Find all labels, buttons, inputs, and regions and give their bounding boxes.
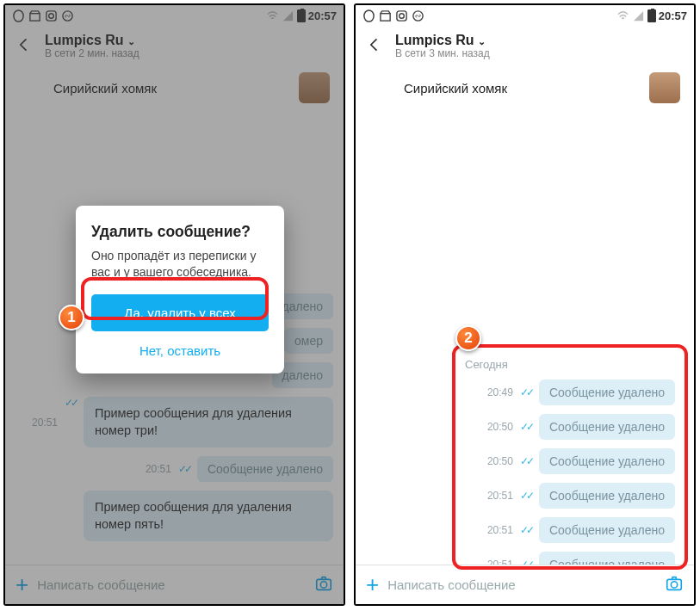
signal-icon (632, 9, 645, 22)
msg-time: 20:50 (487, 421, 513, 433)
read-icon: ✓✓ (520, 421, 532, 433)
deleted-row: 20:51✓✓Сообщение удалено (460, 483, 675, 509)
msg-time: 20:49 (487, 386, 513, 398)
svg-point-7 (364, 9, 374, 21)
instagram-icon (395, 9, 408, 22)
msg-time: 20:50 (487, 455, 513, 467)
wifi-icon (616, 9, 629, 22)
confirm-button[interactable]: Да, удалить у всех (91, 294, 269, 331)
add-icon[interactable]: + (366, 571, 379, 598)
status-bar: 20:57 (356, 5, 694, 26)
deleted-msg: Сообщение удалено (539, 380, 675, 405)
deleted-msg: Сообщение удалено (539, 483, 675, 509)
read-icon: ✓✓ (520, 524, 532, 536)
callout-badge: 2 (455, 325, 481, 351)
deleted-row: 20:51✓✓Сообщение удалено (460, 517, 675, 543)
deleted-row: 20:49✓✓Сообщение удалено (460, 380, 675, 405)
compose-input[interactable]: Написать сообщение (387, 577, 656, 592)
shazam-icon (412, 9, 424, 22)
opera-icon (362, 9, 375, 22)
read-icon: ✓✓ (520, 490, 532, 502)
chat-header: Lumpics Ru ⌄ В сети 3 мин. назад (356, 26, 694, 67)
avatar[interactable] (649, 72, 680, 103)
battery-icon (647, 9, 656, 22)
deleted-msg: Сообщение удалено (539, 517, 675, 543)
deleted-msg: Сообщение удалено (539, 414, 675, 440)
chat-subtitle: В сети 3 мин. назад (395, 48, 490, 60)
store-icon (379, 9, 392, 22)
delete-modal: Удалить сообщение? Оно пропадёт из переп… (76, 206, 284, 373)
camera-icon[interactable] (665, 574, 684, 596)
cancel-button[interactable]: Нет, оставить (91, 331, 269, 361)
msg-time: 20:51 (487, 490, 513, 502)
deleted-row: 20:50✓✓Сообщение удалено (460, 448, 675, 474)
contact-name: Сирийский хомяк (404, 81, 507, 96)
status-time: 20:57 (659, 9, 687, 22)
phone-right: 20:57 Lumpics Ru ⌄ В сети 3 мин. назад С… (354, 3, 696, 606)
svg-point-10 (400, 13, 405, 18)
read-icon: ✓✓ (520, 455, 532, 467)
chat-title[interactable]: Lumpics Ru ⌄ (395, 33, 490, 48)
modal-body: Оно пропадёт из переписки у вас и у ваше… (91, 248, 269, 281)
day-label: Сегодня (465, 358, 670, 371)
svg-rect-8 (381, 13, 390, 20)
svg-rect-9 (397, 10, 406, 20)
msg-time: 20:51 (487, 524, 513, 536)
phone-left: 20:57 Lumpics Ru ⌄ В сети 2 мин. назад С… (3, 3, 345, 606)
deleted-msg: Сообщение удалено (539, 448, 675, 474)
deleted-row: 20:50✓✓Сообщение удалено (460, 414, 675, 440)
compose-bar: + Написать сообщение (356, 565, 694, 604)
modal-title: Удалить сообщение? (91, 223, 269, 241)
read-icon: ✓✓ (520, 386, 532, 398)
back-icon[interactable] (366, 36, 383, 57)
message-list: Сегодня 20:49✓✓Сообщение удалено20:50✓✓С… (460, 351, 675, 586)
svg-point-13 (671, 581, 677, 587)
contact-row: Сирийский хомяк (356, 67, 694, 112)
